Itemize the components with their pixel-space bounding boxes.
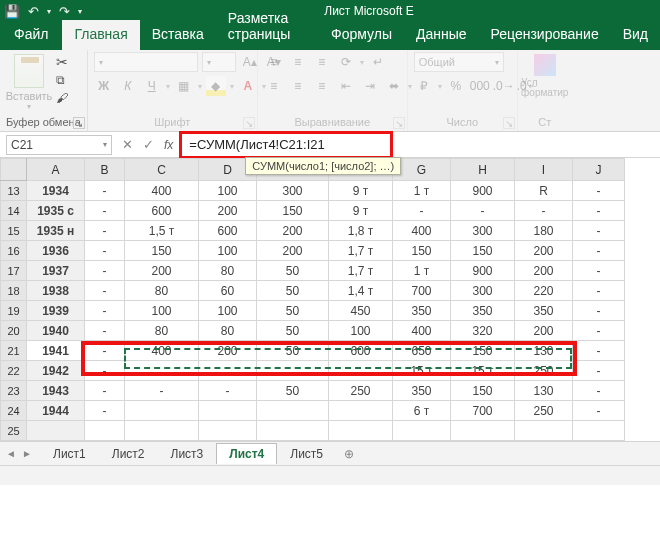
cell-J13[interactable]: - bbox=[573, 181, 625, 201]
format-painter-icon[interactable]: 🖌 bbox=[56, 90, 68, 106]
row-header-18[interactable]: 18 bbox=[1, 281, 27, 301]
cell-G22[interactable]: 15 т bbox=[393, 361, 451, 381]
align-center-icon[interactable]: ≡ bbox=[288, 76, 308, 96]
cell-I16[interactable]: 200 bbox=[515, 241, 573, 261]
cell-E17[interactable]: 50 bbox=[257, 261, 329, 281]
cell-J15[interactable]: - bbox=[573, 221, 625, 241]
cell-C17[interactable]: 200 bbox=[125, 261, 199, 281]
cell-G21[interactable]: 650 bbox=[393, 341, 451, 361]
paste-button[interactable]: Вставить ▾ bbox=[6, 52, 52, 111]
cell-E13[interactable]: 300 bbox=[257, 181, 329, 201]
cell-G19[interactable]: 350 bbox=[393, 301, 451, 321]
cell-D14[interactable]: 200 bbox=[199, 201, 257, 221]
row-header-17[interactable]: 17 bbox=[1, 261, 27, 281]
cell-B22[interactable]: - bbox=[85, 361, 125, 381]
cell-H19[interactable]: 350 bbox=[451, 301, 515, 321]
cell-F16[interactable]: 1,7 т bbox=[329, 241, 393, 261]
cell-H14[interactable]: - bbox=[451, 201, 515, 221]
decrease-indent-icon[interactable]: ⇤ bbox=[336, 76, 356, 96]
cell-A17[interactable]: 1937 bbox=[27, 261, 85, 281]
col-header-J[interactable]: J bbox=[573, 159, 625, 181]
align-top-icon[interactable]: ≡ bbox=[264, 52, 284, 72]
undo-dropdown-icon[interactable]: ▾ bbox=[47, 7, 51, 16]
cell-J20[interactable]: - bbox=[573, 321, 625, 341]
font-launcher-icon[interactable]: ↘ bbox=[243, 117, 255, 129]
cell-H13[interactable]: 900 bbox=[451, 181, 515, 201]
cell-G14[interactable]: - bbox=[393, 201, 451, 221]
cell-H24[interactable]: 700 bbox=[451, 401, 515, 421]
cell-D22[interactable] bbox=[199, 361, 257, 381]
cell-F22[interactable] bbox=[329, 361, 393, 381]
increase-indent-icon[interactable]: ⇥ bbox=[360, 76, 380, 96]
borders-icon[interactable]: ▦ bbox=[174, 76, 194, 96]
underline-button[interactable]: Ч bbox=[142, 76, 162, 96]
cell-F25[interactable] bbox=[329, 421, 393, 441]
cell-F17[interactable]: 1,7 т bbox=[329, 261, 393, 281]
copy-icon[interactable]: ⧉ bbox=[56, 72, 68, 88]
cell-C13[interactable]: 400 bbox=[125, 181, 199, 201]
fill-color-icon[interactable]: ◆ bbox=[206, 76, 226, 96]
cell-H15[interactable]: 300 bbox=[451, 221, 515, 241]
row-header-21[interactable]: 21 bbox=[1, 341, 27, 361]
col-header-I[interactable]: I bbox=[515, 159, 573, 181]
add-sheet-button[interactable]: ⊕ bbox=[336, 444, 362, 464]
cell-B24[interactable]: - bbox=[85, 401, 125, 421]
cell-E22[interactable] bbox=[257, 361, 329, 381]
row-header-14[interactable]: 14 bbox=[1, 201, 27, 221]
tab-data[interactable]: Данные bbox=[404, 20, 479, 50]
tab-review[interactable]: Рецензирование bbox=[479, 20, 611, 50]
cell-F19[interactable]: 450 bbox=[329, 301, 393, 321]
col-header-H[interactable]: H bbox=[451, 159, 515, 181]
row-header-23[interactable]: 23 bbox=[1, 381, 27, 401]
currency-icon[interactable]: ₽ bbox=[414, 76, 434, 96]
cell-G16[interactable]: 150 bbox=[393, 241, 451, 261]
cell-B17[interactable]: - bbox=[85, 261, 125, 281]
cell-F13[interactable]: 9 т bbox=[329, 181, 393, 201]
cell-C25[interactable] bbox=[125, 421, 199, 441]
cell-G24[interactable]: 6 т bbox=[393, 401, 451, 421]
cell-A19[interactable]: 1939 bbox=[27, 301, 85, 321]
cell-A14[interactable]: 1935 с bbox=[27, 201, 85, 221]
cell-E25[interactable] bbox=[257, 421, 329, 441]
conditional-format-button[interactable]: Усл форматир bbox=[524, 52, 566, 98]
cell-D21[interactable]: 200 bbox=[199, 341, 257, 361]
cell-E15[interactable]: 200 bbox=[257, 221, 329, 241]
orientation-icon[interactable]: ⟳ bbox=[336, 52, 356, 72]
cell-A24[interactable]: 1944 bbox=[27, 401, 85, 421]
sheet-tab-Лист5[interactable]: Лист5 bbox=[277, 443, 336, 464]
cell-D16[interactable]: 100 bbox=[199, 241, 257, 261]
cell-G13[interactable]: 1 т bbox=[393, 181, 451, 201]
cell-D20[interactable]: 80 bbox=[199, 321, 257, 341]
cell-F15[interactable]: 1,8 т bbox=[329, 221, 393, 241]
cell-F14[interactable]: 9 т bbox=[329, 201, 393, 221]
row-header-15[interactable]: 15 bbox=[1, 221, 27, 241]
cell-A16[interactable]: 1936 bbox=[27, 241, 85, 261]
cell-J22[interactable]: - bbox=[573, 361, 625, 381]
cell-I22[interactable]: 250 bbox=[515, 361, 573, 381]
cell-G23[interactable]: 350 bbox=[393, 381, 451, 401]
tab-view[interactable]: Вид bbox=[611, 20, 660, 50]
cell-I14[interactable]: - bbox=[515, 201, 573, 221]
spreadsheet-grid[interactable]: ABCDEFGHIJ131934-4001003009 т1 т900R-141… bbox=[0, 158, 660, 441]
chevron-down-icon[interactable]: ▾ bbox=[103, 140, 107, 149]
cell-I24[interactable]: 250 bbox=[515, 401, 573, 421]
cell-J19[interactable]: - bbox=[573, 301, 625, 321]
cell-B19[interactable]: - bbox=[85, 301, 125, 321]
cell-A21[interactable]: 1941 bbox=[27, 341, 85, 361]
save-icon[interactable]: 💾 bbox=[4, 4, 20, 19]
sheet-tab-Лист1[interactable]: Лист1 bbox=[40, 443, 99, 464]
cell-C22[interactable] bbox=[125, 361, 199, 381]
cell-I19[interactable]: 350 bbox=[515, 301, 573, 321]
cell-I25[interactable] bbox=[515, 421, 573, 441]
cell-H23[interactable]: 150 bbox=[451, 381, 515, 401]
cell-D17[interactable]: 80 bbox=[199, 261, 257, 281]
cell-B25[interactable] bbox=[85, 421, 125, 441]
cell-B23[interactable]: - bbox=[85, 381, 125, 401]
tab-layout[interactable]: Разметка страницы bbox=[216, 4, 319, 50]
align-left-icon[interactable]: ≡ bbox=[264, 76, 284, 96]
row-header-25[interactable]: 25 bbox=[1, 421, 27, 441]
cell-F20[interactable]: 100 bbox=[329, 321, 393, 341]
cell-C20[interactable]: 80 bbox=[125, 321, 199, 341]
cell-C19[interactable]: 100 bbox=[125, 301, 199, 321]
col-header-B[interactable]: B bbox=[85, 159, 125, 181]
